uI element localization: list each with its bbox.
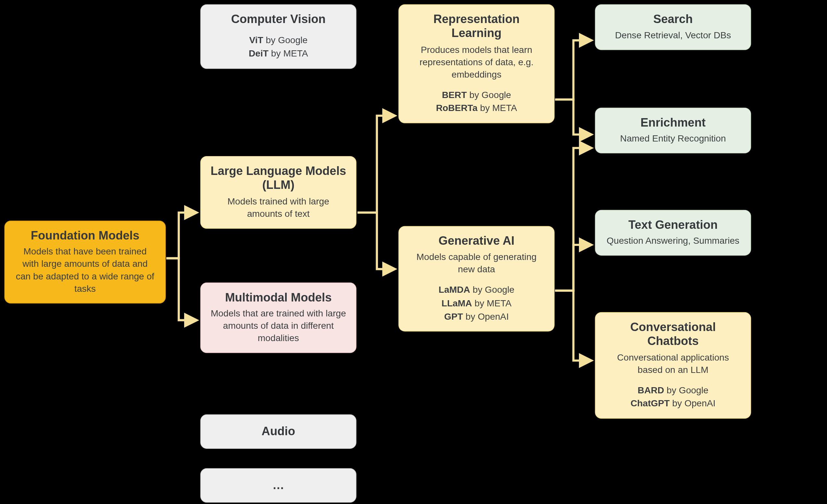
desc: Dense Retrieval, Vector DBs: [605, 30, 741, 42]
node-llm: Large Language Models (LLM) Models train…: [200, 156, 356, 229]
title: Enrichment: [605, 116, 741, 130]
node-multimodal: Multimodal Models Models that are traine…: [200, 283, 356, 353]
title: Multimodal Models: [210, 291, 346, 305]
title: Audio: [210, 424, 346, 439]
desc: Produces models that learn representatio…: [409, 44, 544, 81]
node-more: …: [200, 468, 356, 503]
title: Search: [605, 12, 741, 27]
node-generative-ai: Generative AI Models capable of generati…: [398, 226, 554, 331]
title: Large Language Models (LLM): [210, 164, 346, 193]
examples: ViT by Google DeiT by META: [210, 34, 346, 61]
desc: Models that have been trained with large…: [15, 246, 155, 295]
title: Foundation Models: [15, 229, 155, 243]
desc: Models capable of generating new data: [409, 252, 544, 276]
title: Text Generation: [605, 218, 741, 232]
desc: Models trained with large amounts of tex…: [210, 196, 346, 220]
desc: Question Answering, Summaries: [605, 235, 741, 248]
title: …: [210, 478, 346, 493]
desc: Named Entity Recognition: [605, 133, 741, 145]
node-enrichment: Enrichment Named Entity Recognition: [595, 108, 751, 153]
title: Computer Vision: [210, 12, 346, 27]
node-search: Search Dense Retrieval, Vector DBs: [595, 4, 751, 50]
node-audio: Audio: [200, 414, 356, 449]
diagram-canvas: Foundation Models Models that have been …: [0, 0, 827, 503]
node-computer-vision: Computer Vision ViT by Google DeiT by ME…: [200, 4, 356, 68]
title: Conversational Chatbots: [605, 320, 741, 349]
node-text-generation: Text Generation Question Answering, Summ…: [595, 210, 751, 256]
desc: Conversational applications based on an …: [605, 352, 741, 376]
examples: BARD by Google ChatGPT by OpenAI: [605, 384, 741, 410]
node-representation-learning: Representation Learning Produces models …: [398, 4, 554, 123]
examples: LaMDA by Google LLaMA by META GPT by Ope…: [409, 284, 544, 323]
examples: BERT by Google RoBERTa by META: [409, 89, 544, 115]
title: Generative AI: [409, 234, 544, 248]
node-foundation-models: Foundation Models Models that have been …: [4, 221, 165, 304]
desc: Models that are trained with large amoun…: [210, 308, 346, 345]
node-conversational-chatbots: Conversational Chatbots Conversational a…: [595, 312, 751, 419]
title: Representation Learning: [409, 12, 544, 41]
